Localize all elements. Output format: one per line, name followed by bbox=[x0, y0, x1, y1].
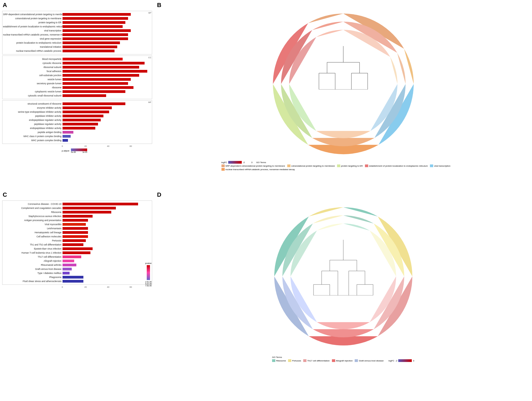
bar-fill bbox=[63, 264, 76, 266]
legend-padjust-label: p.adjust bbox=[62, 150, 69, 152]
bar-track bbox=[63, 25, 151, 28]
section-mf: MF structural constituent of ribosomeenz… bbox=[2, 100, 152, 144]
bar-track bbox=[63, 17, 151, 20]
bar-row: Complement and coagulation cascades bbox=[3, 206, 144, 210]
bar-fill bbox=[63, 74, 139, 77]
bar-row: Allograft rejection bbox=[3, 259, 144, 263]
bar-fill bbox=[63, 41, 120, 44]
bar-track bbox=[63, 243, 144, 246]
bar-label: MHC class II protein complex binding bbox=[3, 135, 63, 138]
pvalue-legend: pvalue 2.5e-05 5.0e-05 7.5e-05 bbox=[145, 262, 152, 287]
bar-fill bbox=[63, 46, 117, 48]
bar-label: Epstein-Barr virus infection bbox=[3, 247, 63, 250]
bar-fill bbox=[63, 239, 86, 242]
bar-row: cytosolic ribosome bbox=[3, 61, 151, 65]
bar-track bbox=[63, 106, 151, 109]
legend-b-color-1 bbox=[221, 164, 225, 167]
bar-track bbox=[63, 46, 151, 48]
bar-row: endopeptidase regulator activity bbox=[3, 118, 151, 122]
bar-fill bbox=[63, 29, 131, 32]
bar-label: nuclear-transcribed mRNA catabolic proce… bbox=[3, 33, 63, 36]
d-outer-7 bbox=[309, 207, 343, 216]
bar-label: blood microparticle bbox=[3, 58, 63, 60]
bar-fill bbox=[63, 272, 70, 274]
bar-label: cell-substrate junction bbox=[3, 74, 63, 77]
bar-row: serine-type endopeptidase inhibitor acti… bbox=[3, 110, 151, 114]
bar-fill bbox=[63, 219, 88, 222]
circular-svg-d bbox=[259, 198, 427, 355]
d-outer-4 bbox=[309, 336, 378, 345]
bar-row: Type I diabetes mellitus bbox=[3, 271, 144, 275]
bar-fill bbox=[63, 50, 115, 52]
bar-label: SRP-dependent cotranslational protein ta… bbox=[3, 13, 63, 16]
legend-gradient-a bbox=[71, 148, 87, 151]
bar-label: serine-type endopeptidase inhibitor acti… bbox=[3, 111, 63, 113]
bar-row: nuclear-transcribed mRNA catabolic proce… bbox=[3, 49, 151, 53]
bar-row: Viral myocarditis bbox=[3, 222, 144, 226]
panel-b: B bbox=[154, 0, 532, 190]
d-outer-1 bbox=[343, 207, 378, 216]
bar-track bbox=[63, 70, 151, 73]
bar-row: peptidase inhibitor activity bbox=[3, 114, 151, 118]
d-ring3-1 bbox=[343, 224, 370, 231]
bar-label: Human T-cell leukemia virus 1 infection bbox=[3, 251, 63, 254]
ring2-seg-2 bbox=[397, 53, 406, 84]
bar-track bbox=[63, 62, 151, 64]
bar-label: Ribosome bbox=[3, 211, 63, 214]
bar-track bbox=[63, 272, 144, 274]
bar-row: cell-substrate junction bbox=[3, 73, 151, 77]
bar-fill bbox=[63, 33, 128, 36]
bar-label: Fluid shear stress and atherosclerosis bbox=[3, 280, 63, 283]
bar-row: Coronavirus disease - COVID-19 bbox=[3, 202, 144, 206]
legend-d-item-5: Graft-versus-host disease bbox=[355, 359, 384, 362]
bar-row: Rheumatoid arthritis bbox=[3, 263, 144, 267]
bar-track bbox=[63, 260, 144, 262]
bar-fill bbox=[63, 243, 83, 246]
panel-b-label: B bbox=[157, 2, 161, 9]
bar-track bbox=[63, 127, 151, 130]
chart-c: Coronavirus disease - COVID-19Complement… bbox=[2, 200, 152, 285]
legend-b-item-1: SRP-dependent cotranslational protein ta… bbox=[221, 164, 285, 167]
cc-rows: blood microparticlecytosolic ribosomerib… bbox=[3, 57, 151, 98]
bar-fill bbox=[63, 82, 128, 85]
bar-track bbox=[63, 239, 144, 242]
bar-fill bbox=[63, 86, 133, 89]
legend-b-item-5: viral transcription bbox=[430, 164, 450, 167]
bar-fill bbox=[63, 207, 116, 209]
bar-label: Rheumatoid arthritis bbox=[3, 264, 63, 266]
bar-fill bbox=[63, 21, 125, 24]
circular-chart-b bbox=[267, 8, 419, 160]
bar-row: Ribosome bbox=[3, 210, 144, 214]
bar-row: Pertussis bbox=[3, 239, 144, 242]
bar-fill bbox=[63, 106, 112, 109]
legend-b-logfc: logFC -2 3 GO Terms bbox=[221, 161, 465, 164]
bar-track bbox=[63, 41, 151, 44]
bar-row: MHC class II protein complex binding bbox=[3, 134, 151, 138]
bar-fill bbox=[63, 256, 81, 258]
bar-row: Human T-cell leukemia virus 1 infection bbox=[3, 251, 144, 255]
bar-track bbox=[63, 94, 151, 97]
bar-label: ribosomal subunit bbox=[3, 66, 63, 69]
d-ring3-7 bbox=[317, 224, 343, 231]
bar-label: Th17 cell differentiation bbox=[3, 256, 63, 258]
bar-fill bbox=[63, 215, 93, 218]
bar-track bbox=[63, 219, 144, 222]
bar-track bbox=[63, 203, 144, 205]
bar-fill bbox=[63, 135, 71, 138]
bar-label: Staphylococcus aureus infection bbox=[3, 215, 63, 218]
bar-fill bbox=[63, 123, 98, 125]
bar-label: Antigen processing and presentation bbox=[3, 219, 63, 222]
legend-b-color-3 bbox=[337, 164, 340, 167]
bar-track bbox=[63, 21, 151, 24]
bar-label: Graft-versus-host disease bbox=[3, 268, 63, 270]
outer-seg-2 bbox=[404, 49, 414, 84]
bar-track bbox=[63, 78, 151, 81]
bar-row: enzyme inhibitor activity bbox=[3, 106, 151, 110]
bar-fill bbox=[63, 13, 131, 16]
bar-track bbox=[63, 13, 151, 16]
bar-track bbox=[63, 131, 151, 134]
bar-label: focal adhesion bbox=[3, 70, 63, 73]
legend-d-color-1 bbox=[272, 359, 275, 362]
bar-track bbox=[63, 215, 144, 218]
bar-row: Th17 cell differentiation bbox=[3, 255, 144, 259]
